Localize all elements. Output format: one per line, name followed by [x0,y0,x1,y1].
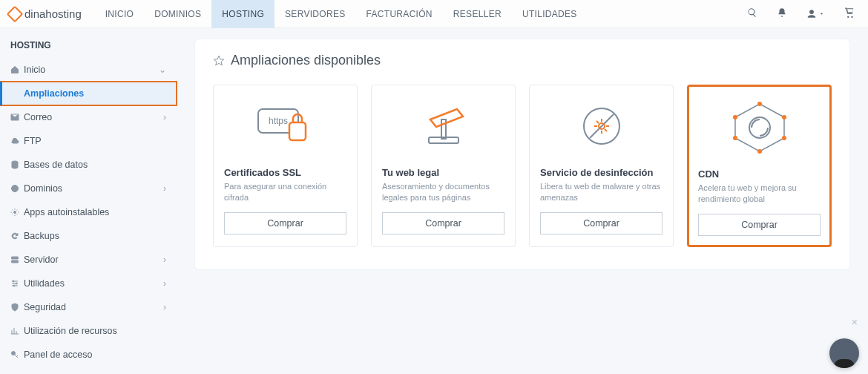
nav-dominios[interactable]: DOMINIOS [144,0,211,28]
chevron-right-icon: › [163,255,166,265]
chevron-right-icon: › [163,278,166,289]
buy-button[interactable]: Comprar [698,214,821,236]
server-icon [10,255,24,264]
card-title: Certificados SSL [224,167,346,178]
card-illustration: https [224,85,346,167]
svg-point-26 [782,115,786,119]
sidebar-item-label: Utilización de recursos [24,326,166,336]
card-description: Asesoramiento y documentos legales para … [382,181,504,203]
nav-reseller[interactable]: RESELLER [443,0,512,28]
search-icon[interactable] [747,7,757,20]
buy-button[interactable]: Comprar [540,212,662,234]
svg-point-29 [733,136,737,140]
sidebar-item-dominios[interactable]: Dominios› [0,177,177,200]
svg-text:https: https [268,116,287,126]
nav-inicio[interactable]: INICIO [95,0,144,28]
sidebar-item-utilidades[interactable]: Utilidades› [0,272,177,295]
sidebar-item-seguridad[interactable]: Seguridad› [0,295,177,319]
sidebar-item-label: Correo [24,112,163,122]
mail-icon [10,113,24,122]
star-icon [213,55,225,67]
sidebar-item-label: Apps autoinstalables [24,207,166,217]
svg-point-31 [749,117,770,138]
sidebar-item-ftp[interactable]: FTP [0,129,177,153]
sidebar-item-label: Ampliaciones [24,88,166,99]
sidebar-item-correo[interactable]: Correo› [0,105,177,129]
refresh-icon [10,232,24,240]
svg-rect-3 [12,257,19,259]
card-tu-web-legal: Tu web legalAsesoramiento y documentos l… [371,85,516,247]
sidebar-item-bases-de-datos[interactable]: Bases de datos [0,153,177,177]
sidebar-item-label: Backups [24,231,166,241]
sidebar-item-label: FTP [24,136,166,146]
sidebar-item-label: Panel de acceso [24,350,166,360]
card-certificados-ssl: httpsCertificados SSLPara asegurar una c… [213,85,358,247]
sidebar-item-utilización-de-recursos[interactable]: Utilización de recursos [0,319,177,343]
panel: Ampliaciones disponibles httpsCertificad… [194,39,850,270]
sidebar-item-label: Seguridad [24,302,163,312]
close-icon[interactable]: × [852,316,858,328]
cart-icon[interactable] [844,7,855,20]
card-description: Libera tu web de malware y otras amenaza… [540,181,662,203]
svg-point-7 [13,285,15,286]
svg-point-27 [782,136,786,140]
bell-icon[interactable] [777,7,787,20]
nav-items: INICIO DOMINIOS HOSTING SERVIDORES FACTU… [95,0,588,28]
panel-title: Ampliaciones disponibles [231,53,381,68]
svg-point-2 [14,211,16,214]
svg-rect-12 [289,122,306,140]
svg-point-6 [16,283,17,284]
chevron-down-icon: ⌄ [159,65,166,75]
sidebar-item-panel-de-acceso[interactable]: Panel de acceso [0,343,177,367]
svg-point-30 [733,115,737,119]
sidebar-title: HOSTING [0,40,177,58]
support-avatar[interactable] [829,338,859,368]
logo-icon [7,5,24,22]
globe-icon [10,184,24,193]
nav-utilidades[interactable]: UTILIDADES [512,0,588,28]
card-title: CDN [698,168,821,180]
svg-marker-9 [214,56,223,65]
chart-icon [10,327,24,335]
user-menu[interactable] [806,9,825,19]
card-cdn: CDNAcelera tu web y mejora su rendimient… [687,85,832,247]
sliders-icon [10,279,24,288]
sidebar-item-ampliaciones[interactable]: Ampliaciones [0,82,177,105]
nav-hosting[interactable]: HOSTING [211,0,274,28]
svg-point-5 [13,280,14,282]
sidebar: HOSTING Inicio⌄AmpliacionesCorreo›FTPBas… [0,28,177,367]
sidebar-item-servidor[interactable]: Servidor› [0,248,177,272]
sidebar-item-label: Inicio [24,65,159,75]
chevron-right-icon: › [163,302,166,312]
svg-point-28 [757,149,762,154]
svg-line-23 [605,129,607,131]
sidebar-item-label: Dominios [24,183,163,194]
gear-icon [10,208,24,217]
svg-rect-4 [12,260,19,263]
chevron-right-icon: › [163,112,166,122]
svg-marker-24 [735,104,784,151]
buy-button[interactable]: Comprar [224,212,346,234]
brand[interactable]: dinahosting [9,7,82,20]
nav-servidores[interactable]: SERVIDORES [274,0,355,28]
home-icon [10,65,24,74]
svg-rect-14 [441,119,446,139]
chevron-right-icon: › [163,183,166,194]
card-title: Servicio de desinfección [540,167,662,178]
top-nav: dinahosting INICIO DOMINIOS HOSTING SERV… [0,0,868,28]
card-title: Tu web legal [382,167,504,178]
card-description: Acelera tu web y mejora su rendimiento g… [698,183,821,205]
sidebar-item-label: Bases de datos [24,160,166,170]
nav-facturacion[interactable]: FACTURACIÓN [356,0,443,28]
key-icon [10,350,24,359]
sidebar-item-apps-autoinstalables[interactable]: Apps autoinstalables [0,200,177,224]
svg-line-16 [590,114,614,138]
sidebar-item-inicio[interactable]: Inicio⌄ [0,58,177,82]
main: Ampliaciones disponibles httpsCertificad… [177,28,868,367]
svg-point-25 [757,102,762,106]
brand-name: dinahosting [24,7,82,20]
buy-button[interactable]: Comprar [382,212,504,234]
sidebar-item-backups[interactable]: Backups [0,224,177,248]
sidebar-item-label: Utilidades [24,278,163,289]
card-description: Para asegurar una conexión cifrada [224,181,346,203]
